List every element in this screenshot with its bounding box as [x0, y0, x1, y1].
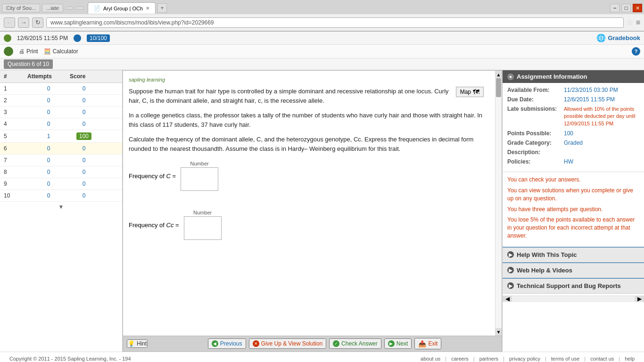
- late-submissions-row: Late submissions: Allowed with 10% of th…: [507, 106, 639, 127]
- assignment-info-icon: ●: [507, 74, 514, 80]
- question-list-panel: # Attempts Score 1 0 0 2 0 0 3 0 0: [0, 70, 123, 352]
- contact-us-link[interactable]: contact us: [590, 356, 614, 362]
- question-text-para1: Suppose the human trait for hair type is…: [129, 87, 484, 105]
- question-content-wrapper: sapling learning Map 🗺 Suppose the human…: [123, 70, 503, 352]
- giveup-icon: ✕: [253, 340, 259, 347]
- web-help-header[interactable]: ▶ Web Help & Videos: [503, 263, 644, 278]
- policies-section: You can check your answers. You can view…: [503, 172, 644, 247]
- freq-cc-input[interactable]: [185, 218, 220, 239]
- web-help-section: ▶ Web Help & Videos: [503, 263, 644, 278]
- tech-support-section: ▶ Technical Support and Bug Reports: [503, 278, 644, 294]
- help-topic-header[interactable]: ▶ Help With This Topic: [503, 247, 644, 263]
- help-link[interactable]: help: [625, 356, 635, 362]
- active-tab[interactable]: 📄 Aryl Group | OCh ✕: [88, 2, 156, 14]
- nav-bar: ← → ↻ www.saplinglearning.com/ibiscms/mo…: [0, 14, 644, 31]
- refresh-btn[interactable]: ↻: [32, 17, 43, 28]
- freq-cc-label: Frequency of Cc =: [129, 222, 179, 229]
- question-label: Question 6 of 10: [4, 59, 53, 69]
- hint-btn[interactable]: 💡 Hint: [127, 339, 148, 348]
- question-row: 1 0 0: [0, 83, 122, 95]
- footer: Copyright © 2011 - 2015 Sapling Learning…: [0, 352, 644, 362]
- tech-support-toggle-icon: ▶: [507, 282, 514, 289]
- giveup-btn[interactable]: ✕ Give Up & View Solution: [249, 338, 327, 349]
- description-row: Description:: [507, 149, 639, 156]
- question-text-para2: In a college genetics class, the profess…: [129, 111, 484, 129]
- score-display: 10/100: [87, 34, 110, 42]
- print-btn[interactable]: 🖨 Print: [19, 48, 38, 55]
- tab-close-icon[interactable]: ✕: [146, 6, 149, 11]
- question-row: 3 0 0: [0, 107, 122, 118]
- assignment-info-header: ● Assignment Information: [503, 70, 644, 83]
- policies-row: Policies: HW: [507, 158, 639, 165]
- freq-c-input-wrapper: Number: [181, 161, 218, 191]
- about-us-link[interactable]: about us: [421, 356, 440, 362]
- help-topic-toggle-icon: ▶: [507, 251, 514, 258]
- freq-cc-input-wrapper: Number: [184, 210, 222, 240]
- check-answer-btn[interactable]: ✓ Check Answer: [329, 338, 381, 349]
- prev-icon: ◀: [212, 340, 218, 347]
- score-blue-icon: [74, 34, 81, 42]
- freq-c-row: Frequency of C = Number: [129, 161, 484, 191]
- url-text: www.saplinglearning.com/ibiscms/mod/ibis…: [50, 19, 214, 26]
- question-area: sapling learning Map 🗺 Suppose the human…: [123, 70, 502, 352]
- web-help-toggle-icon: ▶: [507, 267, 514, 273]
- scroll-down-arrow[interactable]: ▼: [0, 202, 122, 212]
- question-frame: sapling learning Map 🗺 Suppose the human…: [123, 71, 502, 336]
- careers-link[interactable]: careers: [451, 356, 469, 362]
- scroll-down-btn[interactable]: ▼: [495, 328, 502, 336]
- menu-icon[interactable]: ≡: [636, 18, 640, 27]
- map-icon: 🗺: [473, 88, 479, 96]
- hint-lightbulb-icon: 💡: [128, 340, 135, 347]
- freq-cc-row: Frequency of Cc = Number: [129, 210, 484, 240]
- right-panel-scrollbar: ◀ ▶: [503, 296, 644, 302]
- question-row: 8 0 0: [0, 166, 122, 178]
- gradebook-globe-icon: 🌐: [596, 33, 606, 42]
- terms-of-use-link[interactable]: terms of use: [551, 356, 580, 362]
- sapling-icon: [4, 47, 13, 56]
- print-icon: 🖨: [19, 48, 25, 55]
- scroll-left-btn[interactable]: ◀: [503, 296, 512, 302]
- check-icon: ✓: [333, 340, 339, 347]
- exit-icon: 📤: [418, 340, 426, 347]
- tab-favicon: 📄: [94, 5, 100, 11]
- footer-links: about us | careers | partners | privacy …: [421, 356, 635, 362]
- minimize-btn[interactable]: −: [610, 4, 619, 12]
- tech-support-header[interactable]: ▶ Technical Support and Bug Reports: [503, 279, 644, 294]
- scroll-up-btn[interactable]: ▲: [495, 71, 502, 78]
- previous-btn[interactable]: ◀ Previous: [208, 338, 246, 349]
- close-btn[interactable]: ✕: [633, 4, 642, 12]
- top-bar: 12/6/2015 11:55 PM 10/100 🌐 Gradebook: [0, 32, 644, 45]
- points-row: Points Possible: 100: [507, 130, 639, 137]
- restore-btn[interactable]: □: [621, 4, 631, 12]
- next-icon: ▶: [388, 340, 395, 347]
- question-text-para3: Calculate the frequency of the dominant …: [129, 135, 484, 153]
- partners-link[interactable]: partners: [479, 356, 498, 362]
- help-circle-icon[interactable]: ?: [632, 47, 640, 56]
- freq-c-input-box: [181, 167, 218, 191]
- freq-cc-input-box: [184, 216, 222, 240]
- question-row: 2 0 0: [0, 95, 122, 107]
- freq-c-input[interactable]: [182, 169, 217, 189]
- scroll-thumb-area: [495, 78, 502, 328]
- next-btn[interactable]: ▶ Next: [384, 338, 412, 349]
- map-btn[interactable]: Map 🗺: [456, 87, 484, 97]
- address-bar[interactable]: www.saplinglearning.com/ibiscms/mod/ibis…: [46, 17, 624, 28]
- scroll-right-btn[interactable]: ▶: [635, 296, 644, 302]
- bookmark-star-icon[interactable]: ☆: [627, 18, 633, 27]
- policy-text-2: You can view solutions when you complete…: [507, 187, 639, 203]
- freq-c-label: Frequency of C =: [129, 173, 176, 180]
- gradebook-btn[interactable]: 🌐 Gradebook: [596, 33, 640, 42]
- exit-btn[interactable]: 📤 Exit: [414, 338, 441, 349]
- forward-btn[interactable]: →: [18, 17, 29, 28]
- policy-text-1: You can check your answers.: [507, 176, 639, 184]
- back-btn[interactable]: ←: [4, 17, 15, 28]
- help-topic-section: ▶ Help With This Topic: [503, 247, 644, 263]
- question-row: 7 0 0: [0, 155, 122, 166]
- main-content: # Attempts Score 1 0 0 2 0 0 3 0 0: [0, 70, 644, 352]
- calculator-icon: 🧮: [44, 48, 51, 55]
- calculator-btn[interactable]: 🧮 Calculator: [44, 48, 78, 55]
- scroll-thumb[interactable]: [496, 78, 501, 97]
- privacy-policy-link[interactable]: privacy policy: [509, 356, 540, 362]
- question-scrollbar[interactable]: ▲ ▼: [495, 71, 502, 336]
- bottom-actions: ◀ Previous ✕ Give Up & View Solution ✓ C…: [208, 338, 442, 349]
